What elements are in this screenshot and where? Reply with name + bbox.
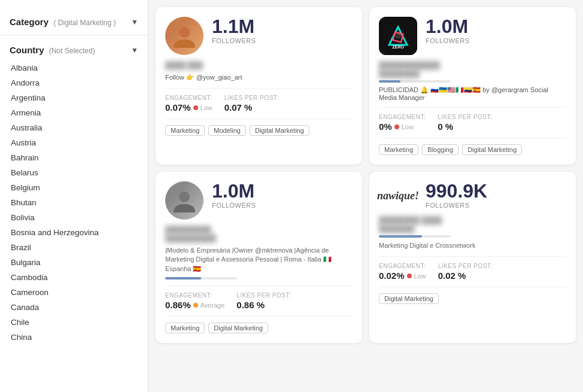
tag-blogging-2: Blogging bbox=[422, 144, 458, 155]
svg-point-0 bbox=[179, 27, 190, 38]
card2-engagement-dot bbox=[394, 124, 399, 129]
card3-avatar-image bbox=[165, 181, 204, 220]
card4-likes-number: 0.02 % bbox=[438, 271, 466, 281]
card3-stats: ENGAGEMENT: 0.86% Average LIKES PER POST… bbox=[165, 285, 353, 310]
country-value: (Not Selected) bbox=[49, 47, 95, 55]
category-label: Category bbox=[10, 17, 48, 27]
card2-likes-label: LIKES PER POST: bbox=[438, 114, 492, 120]
card3-likes-label: LIKES PER POST: bbox=[236, 292, 291, 299]
tag-marketing-1: Marketing bbox=[165, 125, 205, 136]
card1-followers-label: FOLLOWERS bbox=[212, 37, 353, 44]
country-item-armenia[interactable]: Armenia bbox=[10, 105, 138, 120]
tag-modeling-1: Modeling bbox=[208, 125, 246, 136]
card2-engagement: ENGAGEMENT: 0% Low bbox=[379, 114, 426, 132]
card1-engagement-dot bbox=[193, 105, 198, 110]
card2-handle: ████████ bbox=[379, 69, 566, 78]
card2-bio: PUBLICIDAD 🔔 🇷🇺🇺🇦🇺🇸🇮🇹🇨🇴🇪🇸 by @gerargram … bbox=[379, 86, 566, 101]
category-filter[interactable]: Category ( Digital Marketing ) ▼ bbox=[0, 10, 148, 35]
country-item-bosnia-and-herzegovina[interactable]: Bosnia and Herzegovina bbox=[10, 225, 138, 240]
card2-engagement-number: 0% bbox=[379, 121, 392, 132]
card3-engagement-label: ENGAGEMENT: bbox=[165, 292, 224, 299]
country-item-australia[interactable]: Australia bbox=[10, 120, 138, 135]
category-chevron-icon: ▼ bbox=[131, 18, 138, 26]
card1-likes: LIKES PER POST: 0.07 % bbox=[224, 95, 279, 113]
main-content: 1.1M FOLLOWERS ████ ███ Follow 👉 @yow_gi… bbox=[148, 0, 583, 392]
card3-likes-value: 0.86 % bbox=[236, 300, 291, 310]
card4-header: nawique! 990.9K FOLLOWERS bbox=[379, 181, 566, 210]
card1-likes-number: 0.07 % bbox=[224, 102, 253, 113]
card2-followers: 1.0M bbox=[426, 17, 566, 36]
country-list: AlbaniaAndorraArgentinaArmeniaAustraliaA… bbox=[10, 60, 138, 345]
card4-name: ████████ ████ bbox=[379, 216, 566, 224]
category-filter-header[interactable]: Category ( Digital Marketing ) ▼ bbox=[10, 14, 138, 30]
country-item-china[interactable]: China bbox=[10, 330, 138, 345]
country-filter: Country (Not Selected) ▼ AlbaniaAndorraA… bbox=[0, 38, 148, 350]
country-item-andorra[interactable]: Andorra bbox=[10, 75, 138, 90]
country-item-bolivia[interactable]: Bolivia bbox=[10, 210, 138, 225]
card3-engagement-value: 0.86% Average bbox=[165, 300, 224, 310]
card2-progress-bar bbox=[379, 80, 451, 83]
card4-likes-label: LIKES PER POST: bbox=[438, 263, 493, 269]
card1-header: 1.1M FOLLOWERS bbox=[165, 17, 353, 55]
card1-followers: 1.1M bbox=[212, 17, 353, 36]
country-label: Country bbox=[10, 45, 44, 55]
card2-avatar: ZERO bbox=[379, 17, 417, 55]
card3-likes-number: 0.86 % bbox=[236, 300, 265, 310]
svg-point-6 bbox=[179, 192, 190, 202]
country-item-chile[interactable]: Chile bbox=[10, 315, 138, 330]
card4-bio: Marketing Digital e Crossnetwork bbox=[379, 241, 566, 250]
country-item-cambodia[interactable]: Cambodia bbox=[10, 270, 138, 285]
tag-marketing-2: Marketing bbox=[379, 144, 418, 155]
tag-digital-2: Digital Marketing bbox=[462, 144, 522, 155]
card1-avatar-image bbox=[165, 17, 204, 55]
svg-text:ZERO: ZERO bbox=[392, 45, 404, 49]
country-item-albania[interactable]: Albania bbox=[10, 60, 138, 75]
country-item-bhutan[interactable]: Bhutan bbox=[10, 195, 138, 210]
card2-header: ZERO 1.0M FOLLOWERS bbox=[379, 17, 566, 55]
card1-engagement-label: ENGAGEMENT: bbox=[165, 95, 212, 101]
card4-likes-value: 0.02 % bbox=[438, 271, 493, 281]
country-item-austria[interactable]: Austria bbox=[10, 135, 138, 150]
country-item-belarus[interactable]: Belarus bbox=[10, 165, 138, 180]
influencer-card-1: 1.1M FOLLOWERS ████ ███ Follow 👉 @yow_gi… bbox=[156, 7, 362, 165]
card1-engagement-number: 0.07% bbox=[165, 102, 191, 113]
country-filter-header[interactable]: Country (Not Selected) ▼ bbox=[10, 42, 138, 58]
card3-engagement-number: 0.86% bbox=[165, 300, 191, 310]
card3-info: 1.0M FOLLOWERS bbox=[212, 181, 353, 209]
card3-bio: |Modelo & Empresária |Owner @mktrenova |… bbox=[165, 246, 353, 274]
country-item-bulgaria[interactable]: Bulgaria bbox=[10, 255, 138, 270]
sidebar: Category ( Digital Marketing ) ▼ Country… bbox=[0, 0, 148, 392]
country-item-canada[interactable]: Canada bbox=[10, 300, 138, 315]
card4-avatar: nawique! bbox=[379, 181, 417, 210]
category-value: ( Digital Marketing ) bbox=[53, 19, 116, 27]
influencer-card-4: nawique! 990.9K FOLLOWERS ████████ ████ … bbox=[369, 172, 576, 343]
card2-progress-fill bbox=[379, 80, 400, 83]
card4-stats: ENGAGEMENT: 0.02% Low LIKES PER POST: 0.… bbox=[379, 256, 566, 281]
country-item-brazil[interactable]: Brazil bbox=[10, 240, 138, 255]
country-item-belgium[interactable]: Belgium bbox=[10, 180, 138, 195]
card4-likes: LIKES PER POST: 0.02 % bbox=[438, 263, 493, 281]
card4-engagement: ENGAGEMENT: 0.02% Low bbox=[379, 263, 426, 281]
card1-engagement: ENGAGEMENT: 0.07% Low bbox=[165, 95, 212, 113]
country-item-argentina[interactable]: Argentina bbox=[10, 90, 138, 105]
tag-digital-1: Digital Marketing bbox=[250, 125, 309, 136]
card2-stats: ENGAGEMENT: 0% Low LIKES PER POST: 0 % bbox=[379, 107, 566, 132]
country-item-bahrain[interactable]: Bahrain bbox=[10, 150, 138, 165]
card3-header: 1.0M FOLLOWERS bbox=[165, 181, 353, 220]
card2-likes-number: 0 % bbox=[438, 121, 453, 132]
card3-followers: 1.0M bbox=[212, 181, 353, 200]
card1-follow-text: Follow 👉 @yow_giao_art bbox=[165, 73, 353, 82]
card4-progress-fill bbox=[379, 235, 422, 238]
card3-avatar bbox=[165, 181, 204, 220]
card4-followers: 990.9K bbox=[426, 181, 566, 200]
card4-logo-text: nawique! bbox=[377, 190, 419, 202]
card1-engagement-level: Low bbox=[201, 104, 212, 111]
card3-progress-bar bbox=[165, 277, 237, 279]
card1-likes-label: LIKES PER POST: bbox=[224, 95, 279, 101]
country-item-cameroon[interactable]: Cameroon bbox=[10, 285, 138, 300]
card2-followers-label: FOLLOWERS bbox=[426, 37, 566, 44]
card3-tags: Marketing Digital Marketing bbox=[165, 316, 353, 333]
influencer-card-2: ZERO 1.0M FOLLOWERS ████████████ ███████… bbox=[369, 7, 576, 165]
card4-engagement-label: ENGAGEMENT: bbox=[379, 263, 426, 269]
card2-likes-value: 0 % bbox=[438, 121, 492, 132]
